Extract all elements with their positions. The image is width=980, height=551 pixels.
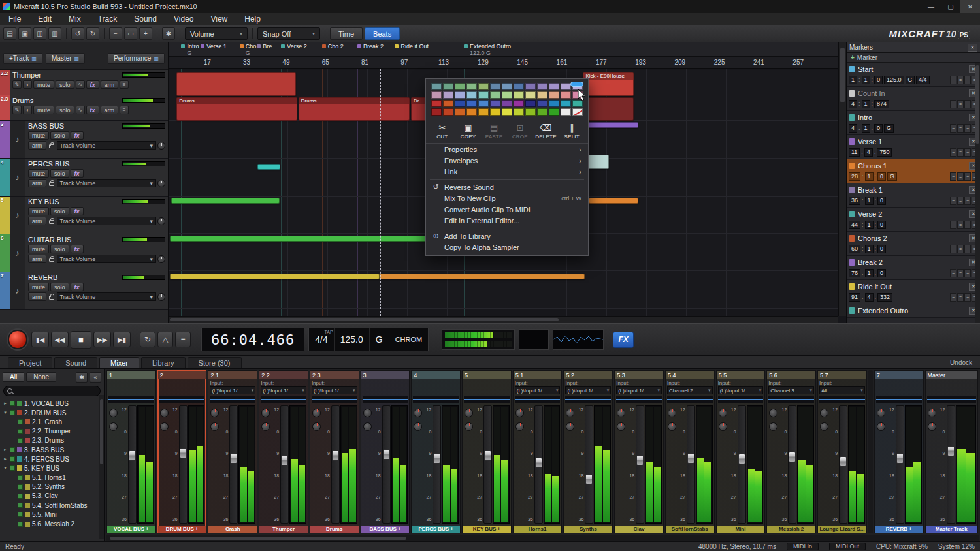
monitor-speaker-icon[interactable]: ◖ xyxy=(23,80,32,89)
cut-button[interactable]: ✂CUT xyxy=(430,121,455,141)
color-swatch[interactable] xyxy=(443,91,453,99)
marker-position-field[interactable]: 750 xyxy=(877,148,892,157)
mixer-strip-2-2[interactable]: 2.2Input:(L)\Input 1/▾1209182736Thumper xyxy=(259,370,308,533)
track-volume-select[interactable]: Track Volume▾ xyxy=(57,179,157,187)
fx-button[interactable]: fx xyxy=(71,207,84,215)
marker-nudge-button[interactable]: − xyxy=(950,197,956,205)
marker-nudge-button[interactable]: = xyxy=(957,197,964,205)
automation-type-select[interactable]: Volume xyxy=(185,27,248,40)
go-to-end-button[interactable]: ▶▮ xyxy=(113,332,131,347)
go-to-start-button[interactable]: ▮◀ xyxy=(31,332,49,347)
track-tree-item-2-drum-bus[interactable]: ▾2. DRUM BUS xyxy=(3,408,101,417)
color-swatch[interactable] xyxy=(466,100,477,107)
pan-knob[interactable] xyxy=(210,409,219,417)
volume-fader[interactable] xyxy=(382,405,391,524)
track-tree-item-5-2-synths[interactable]: 5.2. Synths xyxy=(3,482,101,492)
vertical-scrollbar[interactable] xyxy=(838,42,846,316)
mixer-strip-5-3[interactable]: 5.3Input:(L)\Input 1/▾1209182736Clav xyxy=(614,370,664,533)
track-pan-knob[interactable] xyxy=(157,217,165,225)
marker-entry-break-2[interactable]: Break 2✕76:1:0−=−= xyxy=(847,256,980,280)
input-select[interactable]: Channel 3▾ xyxy=(768,386,814,394)
color-swatch[interactable] xyxy=(502,100,512,107)
track-header-percs-bus[interactable]: 4♪PERCS BUSmutesolofxarmTrack Volume▾ xyxy=(0,159,168,197)
expander-icon[interactable]: ▾ xyxy=(3,410,8,415)
volume-fader[interactable] xyxy=(128,405,137,524)
audio-clip[interactable] xyxy=(176,72,295,96)
arm-button[interactable]: arm xyxy=(28,141,46,150)
marker-nudge-button[interactable]: = xyxy=(957,100,964,108)
send-knob[interactable] xyxy=(877,422,885,431)
loop-button[interactable]: ↻ xyxy=(140,332,155,347)
menu-track[interactable]: Track xyxy=(90,14,126,24)
visible-check-icon[interactable] xyxy=(18,494,23,499)
volume-fader[interactable] xyxy=(636,405,644,524)
color-swatch[interactable] xyxy=(537,91,547,99)
send-knob[interactable] xyxy=(668,422,676,431)
fader-handle[interactable] xyxy=(947,446,955,456)
strip-name-label[interactable]: Messiah 2 xyxy=(767,526,815,533)
mix-down-icon[interactable]: ▥ xyxy=(48,27,61,40)
copy-button[interactable]: ▣COPY xyxy=(456,121,481,141)
marker-nudge-button[interactable]: − xyxy=(964,100,971,108)
mixer-strip-5-6[interactable]: 5.6Input:Channel 3▾1209182736Messiah 2 xyxy=(766,370,816,533)
color-swatch[interactable] xyxy=(561,91,571,99)
mute-button[interactable]: mute xyxy=(28,245,49,253)
color-swatch[interactable] xyxy=(443,108,453,116)
track-header-drums[interactable]: 2.3Drums✎◖mutesolo∿fxarm≡ xyxy=(0,95,168,121)
strip-name-label[interactable]: Lounge Lizard S... xyxy=(818,526,866,533)
color-swatch[interactable] xyxy=(443,83,453,90)
timeline-marker-verse-1[interactable]: Verse 1 xyxy=(201,43,227,50)
fader-handle[interactable] xyxy=(738,454,745,464)
input-select[interactable]: (L)\Input 1/▾ xyxy=(210,386,255,394)
marker-nudge-button[interactable]: = xyxy=(957,245,964,253)
tempo-field[interactable]: 125.0 xyxy=(334,328,369,351)
marker-position-field[interactable]: 1 xyxy=(865,245,874,253)
solo-button[interactable]: solo xyxy=(50,283,69,291)
color-swatch[interactable] xyxy=(537,100,547,107)
marker-entry-break-1[interactable]: Break 1✕36:1:0−=−= xyxy=(847,183,980,208)
fx-button[interactable]: fx xyxy=(71,131,84,140)
strip-name-label[interactable]: REVERB+ xyxy=(875,526,923,533)
tab-library[interactable]: Library xyxy=(141,357,186,368)
color-swatch[interactable] xyxy=(572,91,583,99)
zoom-out-icon[interactable]: − xyxy=(109,27,122,40)
audio-clip[interactable] xyxy=(583,122,638,128)
marker-position-field[interactable]: 28 xyxy=(849,172,860,181)
close-icon[interactable]: ✕ xyxy=(968,44,977,52)
track-tree-item-2-2-thumper[interactable]: 2.2. Thumper xyxy=(3,427,101,436)
marker-nudge-button[interactable]: − xyxy=(950,76,956,84)
track-header-bass-bus[interactable]: 3♪BASS BUSmutesolofxarmTrack Volume▾ xyxy=(0,121,168,159)
menu-sound[interactable]: Sound xyxy=(125,14,165,24)
menu-item-reverse-sound[interactable]: ↺Reverse Sound xyxy=(426,181,588,193)
redo-icon[interactable]: ↻ xyxy=(86,27,99,40)
color-swatch[interactable] xyxy=(525,91,536,99)
color-swatch[interactable] xyxy=(549,91,559,99)
audio-clip[interactable] xyxy=(170,274,380,279)
send-knob[interactable] xyxy=(109,422,118,431)
automation-icon[interactable]: ∿ xyxy=(76,80,85,89)
color-swatch[interactable] xyxy=(549,100,559,107)
color-swatch[interactable] xyxy=(490,83,500,90)
solo-button[interactable]: solo xyxy=(50,169,69,178)
playhead[interactable] xyxy=(380,69,381,316)
mixer-strip-1[interactable]: 11209182736VOCAL BUS+ xyxy=(106,370,156,533)
color-swatch[interactable] xyxy=(490,91,500,99)
audio-clip[interactable] xyxy=(257,164,280,170)
menu-item-add-to-library[interactable]: ⊕Add To Library xyxy=(426,230,588,242)
arm-button[interactable]: arm xyxy=(101,80,119,89)
audio-clip[interactable] xyxy=(171,198,280,204)
volume-fader[interactable] xyxy=(229,405,238,524)
volume-fader[interactable] xyxy=(280,405,289,524)
add-marker-button[interactable]: + Marker xyxy=(847,53,980,63)
track-tree-item-5-6-messiah-2[interactable]: 5.6. Messiah 2 xyxy=(3,519,101,528)
fx-button[interactable]: fx xyxy=(86,80,99,89)
expander-icon[interactable]: ▸ xyxy=(3,447,8,452)
marker-entry-intro[interactable]: Intro✕4:1:0G−=−= xyxy=(847,111,980,135)
strip-name-label[interactable]: Master Track xyxy=(926,526,978,533)
marker-nudge-button[interactable]: − xyxy=(950,293,956,302)
arm-button[interactable]: arm xyxy=(28,292,46,301)
track-volume-select[interactable]: Track Volume▾ xyxy=(57,255,157,263)
timeline-marker-bre[interactable]: Bre xyxy=(257,43,272,50)
marker-nudge-button[interactable]: − xyxy=(950,124,956,133)
strip-name-label[interactable]: Mini xyxy=(717,526,765,533)
